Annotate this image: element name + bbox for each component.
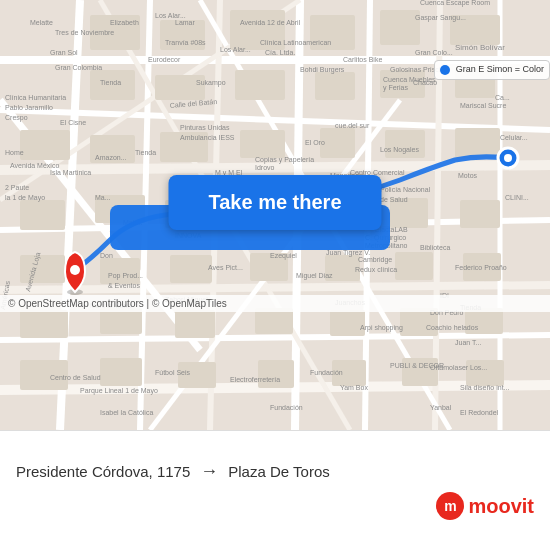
svg-rect-36 [320, 128, 355, 158]
svg-rect-37 [385, 130, 425, 158]
svg-rect-47 [100, 258, 140, 284]
svg-rect-53 [20, 310, 68, 338]
svg-rect-29 [315, 72, 355, 100]
svg-text:Yam Box: Yam Box [340, 384, 368, 391]
svg-text:Lamar: Lamar [175, 19, 196, 26]
svg-text:Melatte: Melatte [30, 19, 53, 26]
svg-rect-38 [455, 128, 500, 158]
svg-text:Policía Nacional: Policía Nacional [380, 186, 431, 193]
svg-text:Ambulancia IESS: Ambulancia IESS [180, 134, 235, 141]
svg-text:Juan Tigrez V.: Juan Tigrez V. [326, 249, 370, 257]
route-arrow: → [200, 461, 218, 482]
svg-rect-35 [240, 130, 285, 158]
origin-label: Presidente Córdova, 1175 [16, 463, 190, 480]
svg-text:Cuenca Escape Room: Cuenca Escape Room [420, 0, 490, 7]
svg-line-5 [0, 285, 550, 290]
svg-text:Tienda: Tienda [135, 149, 156, 156]
svg-text:Elizabeth: Elizabeth [110, 19, 139, 26]
svg-text:El Cisne: El Cisne [60, 119, 86, 126]
svg-text:Tranvía #08s: Tranvía #08s [165, 39, 206, 46]
svg-text:Oftamolaser Los...: Oftamolaser Los... [430, 364, 487, 371]
svg-rect-39 [20, 200, 65, 230]
svg-rect-61 [100, 358, 142, 386]
svg-text:Isabel la Católica: Isabel la Católica [100, 409, 153, 416]
svg-text:El Oro: El Oro [305, 139, 325, 146]
svg-rect-57 [330, 310, 365, 336]
svg-rect-24 [380, 10, 420, 45]
svg-text:Gran Colombia: Gran Colombia [55, 64, 102, 71]
svg-text:Aves Pict...: Aves Pict... [208, 264, 243, 271]
svg-rect-32 [20, 130, 70, 160]
svg-text:Don: Don [100, 252, 113, 259]
svg-text:Gran Sol: Gran Sol [50, 49, 78, 56]
svg-text:la 1 de Mayo: la 1 de Mayo [5, 194, 45, 202]
svg-text:Cambridge: Cambridge [358, 256, 392, 264]
svg-text:de Salud: de Salud [380, 196, 408, 203]
route-row: Presidente Córdova, 1175 → Plaza De Toro… [16, 461, 534, 482]
svg-text:Celular...: Celular... [500, 134, 528, 141]
svg-text:Cuenca Muebles: Cuenca Muebles [383, 76, 436, 83]
svg-text:Arpi shopping: Arpi shopping [360, 324, 403, 332]
svg-text:Parque Lineal 1 de Mayo: Parque Lineal 1 de Mayo [80, 387, 158, 395]
moovit-text: moovit [468, 495, 534, 518]
svg-text:Bohdi Burgers: Bohdi Burgers [300, 66, 345, 74]
svg-text:Eurodecor: Eurodecor [148, 56, 181, 63]
svg-rect-51 [395, 252, 433, 280]
svg-text:Amazon...: Amazon... [95, 154, 127, 161]
svg-text:Federico Proaño: Federico Proaño [455, 264, 507, 271]
svg-text:2 Paute: 2 Paute [5, 184, 29, 191]
svg-text:Juan T...: Juan T... [455, 339, 481, 346]
svg-text:& Eventos: & Eventos [108, 282, 140, 289]
svg-rect-63 [258, 360, 294, 388]
svg-text:Clínica Humanitaria: Clínica Humanitaria [5, 94, 66, 101]
svg-text:Los Nogales: Los Nogales [380, 146, 419, 154]
svg-text:Gran Colo...: Gran Colo... [415, 49, 453, 56]
svg-text:Tienda: Tienda [100, 79, 121, 86]
svg-text:Coachio helados: Coachio helados [426, 324, 479, 331]
svg-text:El Redondel: El Redondel [460, 409, 499, 416]
svg-text:Motos: Motos [458, 172, 478, 179]
svg-text:Pablo Jaramillo: Pablo Jaramillo [5, 104, 53, 111]
moovit-icon: m [436, 492, 464, 520]
svg-text:Los Alar...: Los Alar... [220, 46, 251, 53]
svg-text:Avenida 12 de Abril: Avenida 12 de Abril [240, 19, 301, 26]
svg-text:Ma...: Ma... [95, 194, 111, 201]
svg-text:Clínica Latinoamerican: Clínica Latinoamerican [260, 39, 331, 46]
svg-text:Avenida México: Avenida México [10, 162, 59, 169]
svg-text:Ca...: Ca... [495, 94, 510, 101]
svg-text:Golosinas Prisci: Golosinas Prisci [390, 66, 441, 73]
svg-text:Fundación: Fundación [270, 404, 303, 411]
map-container: Calle del Batán Avenida México Parque Li… [0, 0, 550, 430]
svg-text:Biblioteca: Biblioteca [420, 244, 450, 251]
svg-text:CLINI...: CLINI... [505, 194, 529, 201]
svg-text:Fundación: Fundación [310, 369, 343, 376]
svg-text:Yanbal: Yanbal [430, 404, 452, 411]
svg-text:Pop Prod...: Pop Prod... [108, 272, 143, 280]
svg-text:Redux clínica: Redux clínica [355, 266, 397, 273]
svg-text:Gaspar Sangu...: Gaspar Sangu... [415, 14, 466, 22]
svg-text:Mariscal Sucre: Mariscal Sucre [460, 102, 506, 109]
svg-rect-48 [170, 255, 212, 283]
svg-text:cue.del sur: cue.del sur [335, 122, 370, 129]
bottom-bar: Presidente Córdova, 1175 → Plaza De Toro… [0, 430, 550, 550]
svg-text:Crespo: Crespo [5, 114, 28, 122]
svg-rect-45 [460, 200, 500, 228]
map-attribution: © OpenStreetMap contributors | © OpenMap… [0, 295, 550, 312]
svg-text:Carlitos Bike: Carlitos Bike [343, 56, 382, 63]
svg-text:Centro de Salud: Centro de Salud [50, 374, 101, 381]
svg-text:Simón Bolívar: Simón Bolívar [455, 43, 505, 52]
svg-text:Fútbol Seis: Fútbol Seis [155, 369, 191, 376]
svg-text:Miguel Diaz: Miguel Diaz [296, 272, 333, 280]
svg-text:Los Alar...: Los Alar... [155, 12, 186, 19]
svg-text:Electroferretería: Electroferretería [230, 376, 280, 383]
svg-text:Tres de Noviembre: Tres de Noviembre [55, 29, 114, 36]
svg-text:Sukampo: Sukampo [196, 79, 226, 87]
svg-text:Sila diseño int...: Sila diseño int... [460, 384, 509, 391]
moovit-logo: m moovit [436, 492, 534, 520]
svg-rect-28 [235, 70, 285, 100]
take-me-there-button[interactable]: Take me there [168, 175, 381, 230]
svg-point-169 [70, 265, 80, 275]
moovit-logo-row: m moovit [16, 492, 534, 520]
svg-text:y Ferias: y Ferias [383, 84, 408, 92]
svg-text:Home: Home [5, 149, 24, 156]
